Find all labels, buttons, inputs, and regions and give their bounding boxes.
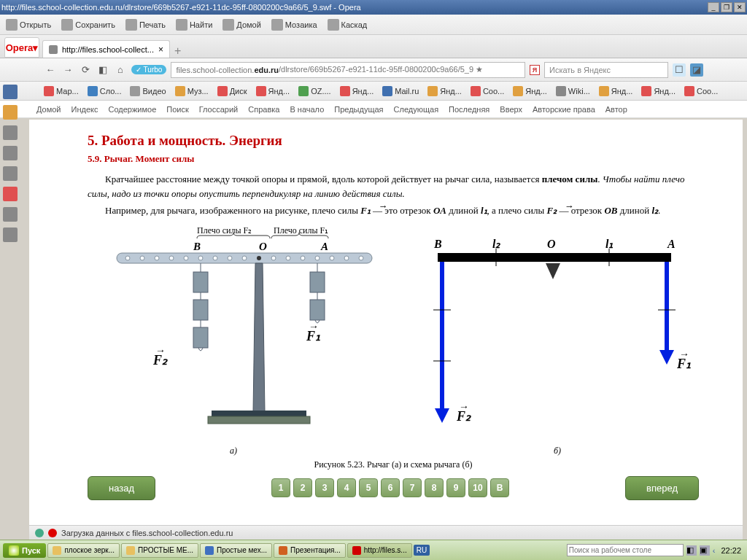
page-num-button[interactable]: 5 <box>359 478 378 497</box>
mosaic-button[interactable]: Мозаика <box>271 19 317 31</box>
doc-nav-link[interactable]: Содержимое <box>108 105 156 114</box>
page-num-button[interactable]: 3 <box>315 478 334 497</box>
doc-nav-link[interactable]: Следующая <box>394 105 439 114</box>
bookmark-item[interactable]: Янд... <box>599 86 633 96</box>
bookmark-item[interactable]: Сло... <box>88 86 122 96</box>
bookmark-item[interactable]: Янд... <box>513 86 547 96</box>
bookmark-item[interactable]: Видео <box>130 86 166 96</box>
page-icon <box>49 45 58 54</box>
side-icon-7[interactable] <box>3 207 18 222</box>
svg-marker-21 <box>253 263 265 412</box>
side-icon-3[interactable] <box>3 125 18 140</box>
tray-icon-2[interactable]: ▣ <box>700 545 710 556</box>
bookmark-item[interactable]: OZ.... <box>298 86 331 96</box>
cascade-button[interactable]: Каскад <box>328 19 368 31</box>
side-icon-2[interactable] <box>3 105 18 120</box>
doc-nav-link[interactable]: Вверх <box>500 105 522 114</box>
bookmark-item[interactable]: Янд... <box>641 86 676 96</box>
forward-page-button[interactable]: вперед <box>625 476 699 500</box>
search-box[interactable]: Искать в Яндекс <box>544 62 668 78</box>
taskbar-item[interactable]: http://files.s... <box>347 543 412 558</box>
turbo-badge[interactable]: ✓ Turbo <box>131 65 166 74</box>
page-num-button[interactable]: 1 <box>271 478 290 497</box>
page-num-button[interactable]: B <box>490 478 509 497</box>
home-nav-button[interactable]: ⌂ <box>114 63 127 77</box>
tray-icon-1[interactable]: ◧ <box>686 545 697 556</box>
side-icon-6[interactable] <box>3 187 18 201</box>
taskbar-item[interactable]: Простые мех... <box>200 543 272 558</box>
heading-2: 5.9. Рычаг. Момент силы <box>88 153 699 165</box>
side-icon-5[interactable] <box>3 166 18 181</box>
page-tab[interactable]: http://files.school-collect... × <box>42 40 170 58</box>
bookmark-item[interactable]: Соо... <box>684 86 718 96</box>
tray-expand-icon[interactable]: ‹ <box>713 546 716 555</box>
window-title: http://files.school-collection.edu.ru/dl… <box>1 3 361 12</box>
svg-marker-48 <box>435 408 449 423</box>
bookmark-item[interactable]: Диск <box>217 86 247 96</box>
doc-nav-link[interactable]: Домой <box>36 105 61 114</box>
back-button[interactable]: ← <box>44 63 57 77</box>
tab-row: Opera ▾ http://files.school-collect... ×… <box>0 35 747 58</box>
svg-marker-54 <box>659 350 674 365</box>
page-num-button[interactable]: 9 <box>446 478 465 497</box>
bookmark-item[interactable]: Мар... <box>44 86 79 96</box>
extra-nav-icon-1[interactable]: ☐ <box>673 63 686 77</box>
restore-button[interactable]: ❐ <box>721 2 732 12</box>
svg-point-5 <box>140 256 144 260</box>
side-icon-4[interactable] <box>3 146 18 160</box>
page-num-button[interactable]: 6 <box>381 478 400 497</box>
svg-text:→: → <box>309 321 319 332</box>
doc-nav-link[interactable]: Поиск <box>166 105 188 114</box>
doc-nav-link[interactable]: Автор <box>605 105 627 114</box>
svg-text:O: O <box>547 238 556 250</box>
bookmark-item[interactable]: Янд... <box>340 86 374 96</box>
home-button[interactable]: Домой <box>222 19 261 31</box>
bookmark-item[interactable]: Янд... <box>427 86 462 96</box>
start-button[interactable]: Пуск <box>3 543 46 558</box>
taskbar-item[interactable]: Презентация... <box>274 543 346 558</box>
bookmark-item[interactable]: Янд... <box>256 86 290 96</box>
open-button[interactable]: Открыть <box>6 19 51 31</box>
opera-menu-button[interactable]: Opera ▾ <box>4 37 39 58</box>
page-num-button[interactable]: 4 <box>337 478 356 497</box>
page-num-button[interactable]: 8 <box>425 478 444 497</box>
svg-point-18 <box>344 256 349 260</box>
bookmark-item[interactable]: Соо... <box>471 86 504 96</box>
extra-nav-icon-2[interactable]: ◪ <box>690 63 703 77</box>
svg-text:→: → <box>155 345 166 356</box>
doc-nav-link[interactable]: Последняя <box>449 105 489 114</box>
doc-nav-link[interactable]: В начало <box>290 105 324 114</box>
stop-button[interactable]: ◧ <box>96 63 109 77</box>
save-button[interactable]: Сохранить <box>61 19 115 31</box>
forward-button[interactable]: → <box>61 63 74 77</box>
app-icon <box>126 546 135 555</box>
new-tab-button[interactable]: + <box>174 44 181 58</box>
address-bar[interactable]: files.school-collection.edu.ru/dlrstore/… <box>171 62 525 78</box>
page-num-button[interactable]: 7 <box>403 478 422 497</box>
page-num-button[interactable]: 10 <box>468 478 487 497</box>
app-icon <box>53 546 61 555</box>
desktop-search[interactable] <box>567 544 684 556</box>
find-button[interactable]: Найти <box>176 19 212 31</box>
taskbar-item[interactable]: плоское зерк... <box>47 543 120 558</box>
close-tab-icon[interactable]: × <box>158 44 163 55</box>
taskbar-item[interactable]: ПРОСТЫЕ МЕ... <box>121 543 198 558</box>
doc-nav-link[interactable]: Предыдущая <box>334 105 383 114</box>
minimize-button[interactable]: _ <box>708 2 719 12</box>
side-icon-1[interactable] <box>3 85 18 99</box>
bookmark-item[interactable]: Wiki... <box>556 86 590 96</box>
page-num-button[interactable]: 2 <box>293 478 312 497</box>
print-button[interactable]: Печать <box>125 19 166 31</box>
doc-nav-link[interactable]: Индекс <box>71 105 98 114</box>
doc-nav-link[interactable]: Справка <box>248 105 279 114</box>
close-button[interactable]: ✕ <box>734 2 746 12</box>
svg-rect-43 <box>438 253 671 262</box>
side-icon-8[interactable] <box>3 228 18 242</box>
reload-button[interactable]: ⟳ <box>79 63 92 77</box>
doc-nav-link[interactable]: Глоссарий <box>199 105 239 114</box>
lang-indicator[interactable]: RU <box>414 545 430 556</box>
bookmark-item[interactable]: Муз... <box>175 86 209 96</box>
doc-nav-link[interactable]: Авторские права <box>533 105 595 114</box>
bookmark-item[interactable]: Mail.ru <box>382 86 419 96</box>
back-page-button[interactable]: назад <box>88 476 155 500</box>
